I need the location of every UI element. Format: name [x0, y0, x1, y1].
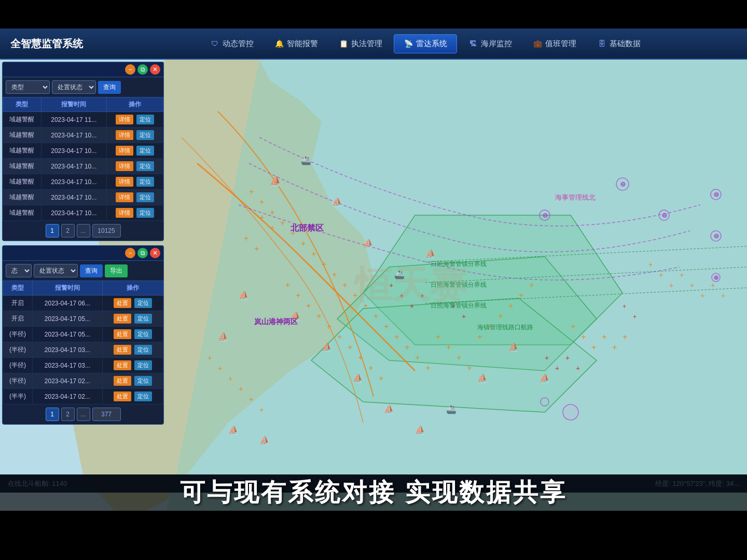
panel-bottom-minimize-button[interactable]: − — [125, 248, 135, 258]
panel-top-copy-button[interactable]: ⧉ — [137, 64, 148, 75]
svg-text:+: + — [337, 332, 342, 341]
locate-button[interactable]: 定位 — [136, 192, 154, 202]
cell-type: 域越警醒 — [3, 190, 42, 205]
panel-bottom-page-2[interactable]: 2 — [61, 408, 75, 421]
svg-text:+: + — [322, 260, 326, 269]
locate-button-b[interactable]: 定位 — [134, 329, 152, 339]
svg-text:+: + — [508, 301, 513, 310]
svg-text:+: + — [316, 312, 321, 320]
panel-bottom-page-ellipsis[interactable]: ... — [77, 408, 90, 421]
panel-container: − ⧉ ✕ 类型 处置状态 查询 类型 报警时间 操作 — [0, 60, 166, 511]
svg-text:+: + — [565, 354, 570, 362]
locate-button-b[interactable]: 定位 — [134, 360, 152, 370]
detail-button[interactable]: 详情 — [116, 192, 133, 202]
panel-top-type-select[interactable]: 类型 — [6, 80, 50, 94]
cell-type: 域越警醒 — [3, 205, 42, 221]
locate-button[interactable]: 定位 — [136, 208, 154, 218]
table-row: (半径) 2023-04-17 03... 处置 定位 — [3, 342, 163, 358]
cell-time: 2023-04-17 10... — [41, 205, 106, 221]
nav-item-basic[interactable]: 🗄 基础数据 — [588, 35, 650, 53]
svg-text:+: + — [296, 291, 300, 300]
panel-top-status-select[interactable]: 处置状态 — [52, 80, 96, 94]
locate-button-b[interactable]: 定位 — [134, 298, 152, 308]
panel-top-minimize-button[interactable]: − — [125, 64, 135, 75]
panel-bottom-export-button[interactable]: 导出 — [105, 264, 128, 277]
svg-text:+: + — [462, 312, 466, 320]
svg-text:+: + — [529, 281, 534, 289]
locate-button[interactable]: 定位 — [136, 115, 154, 124]
svg-text:⛵: ⛵ — [363, 239, 374, 248]
panel-bottom-close-button[interactable]: ✕ — [150, 248, 160, 258]
panel-bottom-query-button[interactable]: 查询 — [80, 264, 103, 277]
panel-bottom-type-select[interactable]: 态 — [6, 264, 32, 277]
nav-item-coastal[interactable]: 🏗 海岸监控 — [459, 35, 521, 53]
panel-top-filters: 类型 处置状态 查询 — [3, 77, 163, 97]
locate-button-b[interactable]: 定位 — [134, 376, 152, 386]
handle-button[interactable]: 处置 — [114, 314, 131, 324]
handle-button[interactable]: 处置 — [114, 391, 131, 401]
handle-button[interactable]: 处置 — [114, 360, 131, 370]
detail-button[interactable]: 详情 — [116, 115, 133, 124]
svg-text:+: + — [368, 363, 373, 372]
nav-item-dynamic[interactable]: 🛡 动态管控 — [201, 35, 263, 53]
svg-text:+: + — [545, 354, 549, 362]
detail-button[interactable]: 详情 — [116, 130, 133, 140]
handle-button[interactable]: 处置 — [114, 345, 131, 355]
svg-text:+: + — [244, 234, 248, 243]
locate-button[interactable]: 定位 — [136, 161, 154, 171]
handle-button[interactable]: 处置 — [114, 376, 131, 386]
locate-button[interactable]: 定位 — [136, 146, 154, 156]
nav-item-duty[interactable]: 💼 值班管理 — [523, 35, 586, 53]
svg-text:⛵: ⛵ — [259, 436, 270, 445]
svg-text:⊖: ⊖ — [714, 232, 719, 240]
locate-button[interactable]: 定位 — [136, 177, 154, 187]
panel-top-table: 类型 报警时间 操作 域越警醒 2023-04-17 11... 详情 定位 域… — [3, 97, 163, 221]
detail-button[interactable]: 详情 — [116, 146, 133, 156]
panel-bottom-copy-button[interactable]: ⧉ — [137, 248, 148, 258]
nav-icon-duty: 💼 — [533, 39, 542, 48]
nav-item-radar[interactable]: 📡 雷达系统 — [394, 34, 457, 53]
handle-button[interactable]: 处置 — [114, 329, 131, 339]
nav-icon-radar: 📡 — [404, 39, 413, 48]
svg-text:+: + — [208, 354, 212, 362]
locate-button-b[interactable]: 定位 — [134, 345, 152, 355]
svg-text:+: + — [576, 364, 580, 372]
panel-top-close-button[interactable]: ✕ — [150, 64, 160, 75]
panel-top-page-input[interactable] — [92, 224, 121, 237]
cell-actions: 详情 定位 — [106, 190, 163, 205]
svg-text:⛵: ⛵ — [477, 373, 488, 383]
handle-button[interactable]: 处置 — [114, 298, 131, 308]
locate-button-b[interactable]: 定位 — [134, 314, 152, 324]
detail-button[interactable]: 详情 — [116, 208, 133, 218]
panel-top-header: − ⧉ ✕ — [3, 62, 163, 77]
cell-actions-b: 处置 定位 — [102, 389, 163, 404]
nav-item-enforce[interactable]: 📋 执法管理 — [329, 35, 392, 53]
locate-button-b[interactable]: 定位 — [134, 391, 152, 401]
svg-text:⛵: ⛵ — [353, 373, 363, 383]
svg-text:⊗: ⊗ — [714, 274, 718, 281]
locate-button[interactable]: 定位 — [136, 130, 154, 140]
nav-item-alert[interactable]: 🔔 智能报警 — [265, 35, 327, 53]
detail-button[interactable]: 详情 — [116, 161, 133, 171]
col-action: 操作 — [106, 97, 163, 112]
panel-top-page-ellipsis[interactable]: ... — [77, 224, 90, 237]
panel-bottom-page-input[interactable] — [92, 408, 121, 421]
svg-text:+: + — [602, 332, 606, 341]
nav-icon-enforce: 📋 — [339, 39, 348, 48]
svg-text:+: + — [218, 364, 222, 372]
svg-text:+: + — [721, 291, 725, 300]
panel-top-query-button[interactable]: 查询 — [98, 81, 121, 94]
panel-top-page-2[interactable]: 2 — [61, 224, 75, 237]
panel-bottom-status-select[interactable]: 处置状态 — [34, 264, 78, 277]
svg-text:日照海警管镇分界线: 日照海警管镇分界线 — [431, 302, 487, 309]
svg-text:+: + — [457, 353, 461, 362]
panel-top-page-1[interactable]: 1 — [46, 224, 59, 237]
nav-label-duty: 值班管理 — [545, 39, 576, 49]
detail-button[interactable]: 详情 — [116, 177, 133, 187]
svg-text:+: + — [420, 291, 424, 300]
cell-type: 域越警醒 — [3, 112, 42, 128]
cell-time: 2023-04-17 10... — [41, 174, 106, 190]
svg-text:+: + — [239, 385, 243, 393]
svg-text:+: + — [622, 332, 627, 341]
panel-bottom-page-1[interactable]: 1 — [46, 408, 59, 421]
